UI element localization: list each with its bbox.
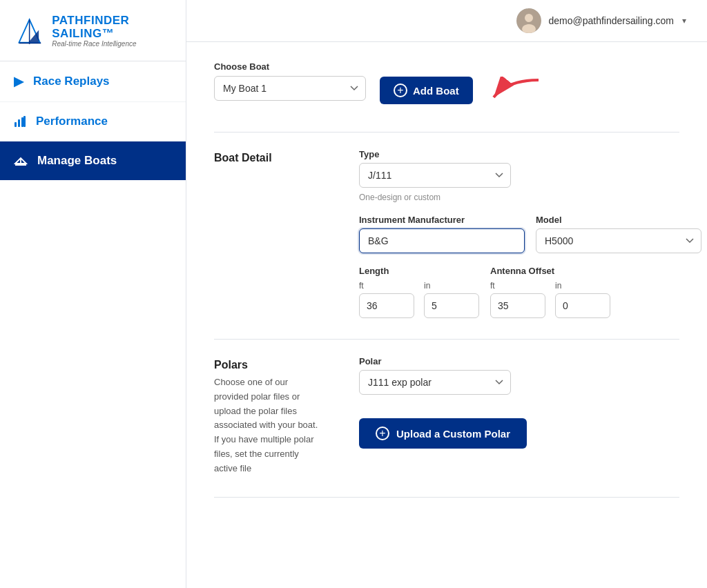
polar-selector[interactable]: J111 exp polar J111 standard polar [359, 370, 511, 395]
svg-point-12 [525, 14, 533, 22]
add-boat-button[interactable]: + Add Boat [380, 77, 473, 104]
choose-boat-label: Choose Boat [214, 61, 366, 72]
length-ft-group: ft [359, 281, 414, 318]
add-boat-label: Add Boat [413, 85, 459, 97]
length-in-label: in [424, 281, 479, 291]
avatar [516, 8, 541, 33]
svg-rect-5 [14, 122, 17, 127]
sail-logo-icon [14, 12, 45, 50]
type-label: Type [359, 149, 701, 159]
antenna-in-input[interactable] [555, 293, 610, 318]
boat-detail-label: Boat Detail [214, 149, 331, 318]
play-icon: ▶ [14, 74, 23, 89]
sidebar-item-race-replays[interactable]: ▶ Race Replays [0, 61, 186, 102]
antenna-ft-group: ft [490, 281, 545, 318]
brand-name: PATHFINDER SAILING™ [52, 14, 172, 40]
length-in-input[interactable] [424, 293, 479, 318]
boat-detail-fields: Type J/111 J/105 Custom One-design or cu… [359, 149, 701, 318]
antenna-field-group: Antenna Offset ft in [490, 266, 610, 318]
svg-rect-6 [18, 119, 20, 127]
length-ft-label: ft [359, 281, 414, 291]
manufacturer-label: Instrument Manufacturer [359, 215, 525, 225]
antenna-ft-label: ft [490, 281, 545, 291]
performance-icon [14, 115, 26, 128]
user-email: demo@pathfindersailing.com [548, 15, 674, 26]
brand-tagline: Real-time Race Intelligence [52, 40, 172, 48]
length-ft-input[interactable] [359, 293, 414, 318]
length-field-group: Length ft in [359, 266, 479, 318]
type-selector[interactable]: J/111 J/105 Custom [359, 163, 511, 188]
sidebar-label-race-replays: Race Replays [33, 75, 110, 88]
model-field-group: Model H5000 H3000 Triton [536, 215, 701, 253]
polars-description: Choose one of our provided polar files o… [214, 375, 325, 476]
svg-rect-8 [23, 116, 26, 127]
sidebar-item-manage-boats[interactable]: Manage Boats [0, 141, 186, 180]
manufacturer-input[interactable] [359, 228, 525, 253]
boat-icon [14, 154, 28, 168]
length-in-group: in [424, 281, 479, 318]
topbar: demo@pathfindersailing.com ▾ [186, 0, 707, 42]
page-content: Choose Boat My Boat 1 My Boat 2 + Add Bo… [186, 42, 707, 588]
upload-polar-label: Upload a Custom Polar [396, 428, 510, 440]
upload-plus-icon: + [376, 427, 389, 440]
polars-label: Polars [214, 356, 331, 371]
chevron-down-icon: ▾ [682, 16, 686, 26]
upload-polar-button[interactable]: + Upload a Custom Polar [359, 418, 527, 449]
sidebar-label-manage-boats: Manage Boats [37, 154, 117, 168]
arrow-annotation [487, 77, 542, 111]
polar-label: Polar [359, 356, 679, 366]
antenna-ft-input[interactable] [490, 293, 545, 318]
manufacturer-field-group: Instrument Manufacturer [359, 215, 525, 253]
length-inputs: ft in [359, 281, 479, 318]
antenna-in-label: in [555, 281, 610, 291]
antenna-header: Antenna Offset [490, 266, 610, 276]
sidebar-label-performance: Performance [36, 115, 108, 128]
type-hint: One-design or custom [359, 193, 701, 202]
manufacturer-model-row: Instrument Manufacturer Model H5000 H300… [359, 215, 701, 253]
boat-detail-section: Boat Detail Type J/111 J/105 Custom One-… [214, 149, 679, 318]
user-menu[interactable]: demo@pathfindersailing.com ▾ [516, 8, 686, 33]
main-content: demo@pathfindersailing.com ▾ Choose Boat… [186, 0, 707, 588]
polars-left: Polars Choose one of our provided polar … [214, 356, 331, 476]
model-selector[interactable]: H5000 H3000 Triton [536, 228, 701, 253]
polars-section: Polars Choose one of our provided polar … [214, 356, 679, 476]
type-field-group: Type J/111 J/105 Custom One-design or cu… [359, 149, 701, 202]
antenna-in-group: in [555, 281, 610, 318]
plus-icon: + [394, 84, 407, 97]
model-label: Model [536, 215, 701, 225]
logo-area: PATHFINDER SAILING™ Real-time Race Intel… [0, 0, 186, 61]
antenna-inputs: ft in [490, 281, 610, 318]
boat-selector[interactable]: My Boat 1 My Boat 2 [214, 76, 366, 101]
choose-boat-row: Choose Boat My Boat 1 My Boat 2 + Add Bo… [214, 61, 679, 111]
svg-rect-7 [21, 117, 23, 127]
divider-1 [214, 132, 679, 133]
polar-selector-group: Polar J111 exp polar J111 standard polar [359, 356, 679, 395]
sidebar-item-performance[interactable]: Performance [0, 102, 186, 141]
divider-2 [214, 339, 679, 340]
divider-3 [214, 497, 679, 498]
length-header: Length [359, 266, 479, 276]
choose-boat-group: Choose Boat My Boat 1 My Boat 2 [214, 61, 366, 101]
polars-fields: Polar J111 exp polar J111 standard polar… [359, 356, 679, 476]
sidebar-nav: ▶ Race Replays Performance [0, 61, 186, 180]
svg-marker-2 [28, 30, 39, 42]
sidebar: PATHFINDER SAILING™ Real-time Race Intel… [0, 0, 186, 588]
length-antenna-row: Length ft in A [359, 266, 701, 318]
